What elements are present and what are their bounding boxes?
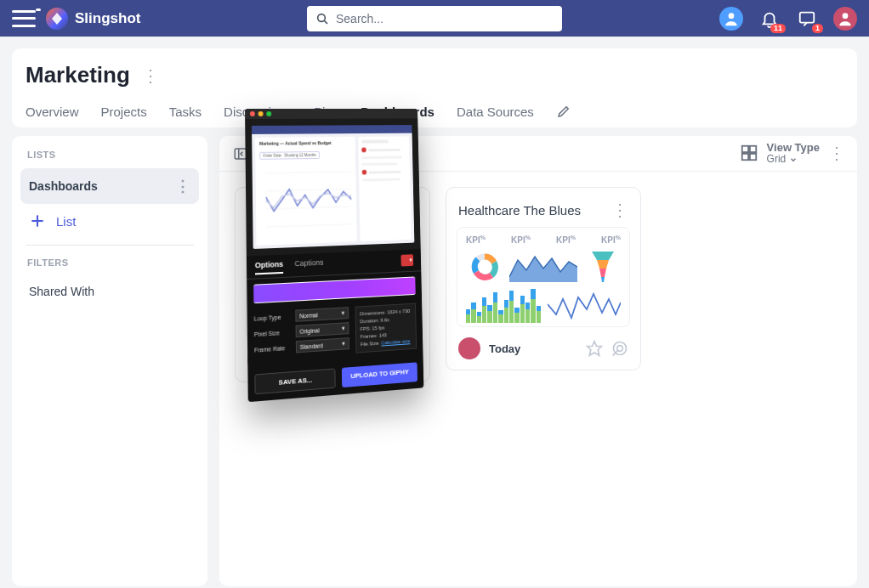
tab-projects[interactable]: Projects	[101, 105, 147, 119]
loop-type-label: Loop Type	[254, 314, 291, 322]
notifications-button[interactable]: 11	[758, 8, 781, 30]
editor-tab-options[interactable]: Options	[255, 260, 283, 275]
svg-marker-15	[597, 260, 609, 269]
chevron-down-icon	[789, 155, 798, 164]
tab-tasks[interactable]: Tasks	[169, 105, 202, 119]
svg-line-26	[266, 206, 352, 209]
add-dashboard-button[interactable]	[223, 583, 252, 588]
mini-charts-row	[466, 289, 621, 323]
bar-chart-icon	[466, 289, 541, 323]
sidebar-divider	[26, 245, 194, 246]
top-nav: Slingshot 11 1	[0, 0, 869, 37]
timeline-scrubber[interactable]	[253, 276, 416, 303]
svg-point-4	[843, 13, 849, 19]
record-button[interactable]	[400, 254, 413, 266]
sidebar-item-dashboards[interactable]: Dashboards ⋮	[20, 168, 199, 204]
area-chart-icon	[509, 250, 577, 284]
search-input[interactable]	[336, 12, 554, 25]
upload-giphy-button[interactable]: UPLOAD TO GIPHY	[342, 362, 417, 387]
grid-icon	[740, 144, 758, 162]
card-timestamp: Today	[489, 342, 520, 355]
lists-heading: LISTS	[20, 150, 199, 168]
section-tabs: Overview Projects Tasks Discussions Pins…	[26, 104, 843, 127]
page-options-button[interactable]: ⋮	[142, 65, 159, 86]
gif-preview: Marketing — Actual Spend vs Budget Order…	[245, 118, 421, 256]
save-as-button[interactable]: SAVE AS...	[254, 368, 335, 394]
kpi-row: KPI% KPI% KPI% KPI%	[466, 235, 621, 245]
loop-type-select[interactable]: Normal▾	[295, 307, 349, 322]
page-title: Marketing	[26, 62, 130, 88]
pixel-size-label: Pixel Size	[254, 329, 291, 337]
add-list-label: List	[56, 214, 76, 229]
svg-line-27	[266, 224, 352, 227]
svg-line-25	[266, 189, 352, 191]
top-right-actions: 11 1	[719, 7, 857, 31]
card-owner-avatar	[458, 337, 480, 359]
plus-icon	[29, 212, 46, 229]
svg-rect-10	[750, 146, 756, 152]
sidebar-item-label: Shared With	[29, 285, 94, 298]
messages-button[interactable]: 1	[796, 8, 818, 30]
svg-marker-17	[601, 277, 605, 282]
workspace-header: Marketing ⋮ Overview Projects Tasks Disc…	[12, 48, 857, 127]
view-type-selector[interactable]: View Type Grid	[740, 142, 820, 165]
notifications-badge: 11	[770, 24, 786, 33]
search-field[interactable]	[307, 6, 562, 31]
tab-overview[interactable]: Overview	[26, 105, 79, 119]
calculate-size-link[interactable]: Calculate size	[381, 338, 410, 345]
mini-charts-row	[466, 250, 621, 284]
gif-metadata-panel: Dimensions: 1024 x 730 Duration: 9.6s FP…	[355, 303, 417, 353]
search-icon	[315, 12, 329, 25]
preview-title: Marketing — Actual Spend vs Budget	[255, 137, 355, 150]
svg-line-1	[325, 20, 327, 23]
svg-marker-14	[592, 252, 614, 260]
sidebar-item-label: Dashboards	[29, 179, 98, 193]
content-options-button[interactable]: ⋮	[828, 143, 845, 163]
donut-chart-icon	[466, 250, 503, 284]
edit-tabs-button[interactable]	[556, 104, 571, 119]
brand-logo-icon	[46, 8, 68, 30]
gif-editor-window[interactable]: Marketing — Actual Spend vs Budget Order…	[245, 109, 423, 402]
dashboard-card[interactable]: Healthcare The Blues ⋮ KPI% KPI% KPI% KP…	[446, 187, 641, 370]
messages-badge: 1	[812, 24, 823, 33]
editor-tab-captions[interactable]: Captions	[294, 258, 323, 274]
svg-rect-9	[741, 146, 747, 152]
window-titlebar[interactable]	[245, 109, 417, 119]
tab-data-sources[interactable]: Data Sources	[457, 105, 534, 119]
svg-line-24	[265, 172, 351, 173]
svg-marker-16	[599, 269, 606, 277]
brand[interactable]: Slingshot	[46, 8, 140, 30]
sidebar-item-shared-with[interactable]: Shared With	[20, 276, 199, 307]
frame-rate-label: Frame Rate	[254, 344, 291, 353]
line-chart-icon	[548, 289, 621, 323]
brand-name: Slingshot	[75, 10, 140, 27]
view-type-value: Grid	[767, 154, 787, 165]
preview-filter-tag: Order Date · Showing 12 Months	[259, 151, 320, 160]
star-icon[interactable]	[586, 340, 603, 357]
lists-sidebar: LISTS Dashboards ⋮ List FILTERS Shared W…	[12, 136, 207, 586]
svg-point-0	[318, 14, 326, 21]
svg-point-2	[729, 13, 735, 19]
svg-marker-18	[588, 342, 602, 356]
sidebar-item-options[interactable]: ⋮	[175, 177, 190, 195]
frame-rate-select[interactable]: Standard▾	[296, 337, 349, 353]
add-list-button[interactable]: List	[20, 204, 199, 238]
svg-rect-11	[741, 154, 747, 160]
workspace-avatar[interactable]	[719, 7, 743, 31]
svg-rect-12	[750, 154, 756, 160]
pixel-size-select[interactable]: Original▾	[296, 322, 349, 337]
target-icon[interactable]	[611, 340, 628, 357]
main-split: LISTS Dashboards ⋮ List FILTERS Shared W…	[12, 136, 857, 586]
menu-button[interactable]	[12, 10, 36, 27]
svg-rect-3	[800, 12, 815, 22]
card-title: Healthcare The Blues	[458, 203, 581, 218]
card-options-button[interactable]: ⋮	[611, 200, 628, 220]
filters-heading: FILTERS	[20, 257, 199, 276]
funnel-chart-icon	[584, 250, 621, 284]
view-type-label: View Type	[767, 142, 820, 154]
user-avatar[interactable]	[833, 7, 857, 31]
pencil-icon	[556, 104, 571, 119]
menu-notification-dot	[36, 8, 41, 11]
